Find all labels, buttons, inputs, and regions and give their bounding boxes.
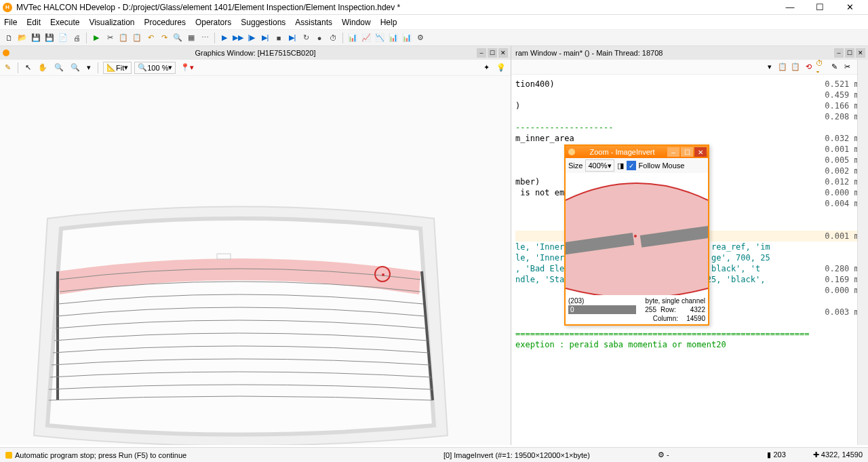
panel-min-icon[interactable]: –	[477, 48, 486, 58]
run-icon[interactable]: ▶	[90, 32, 102, 44]
stop-icon[interactable]: ■	[273, 32, 285, 44]
chart5-icon[interactable]: 📊	[401, 32, 413, 44]
print-icon[interactable]: 🖨	[71, 32, 83, 44]
zoom-max-icon[interactable]: ☐	[681, 147, 693, 157]
zoom-out-icon[interactable]: 🔍	[68, 62, 82, 74]
minimize-button[interactable]: —	[781, 1, 799, 14]
tool1-icon[interactable]: ✎	[829, 62, 840, 73]
menu-file[interactable]: File	[4, 18, 17, 27]
save-icon[interactable]: 💾	[30, 32, 42, 44]
window-title: MVTec HALCON HDevelop - D:/project/Glass…	[16, 3, 781, 12]
chart2-icon[interactable]: 📈	[360, 32, 372, 44]
doc-icon[interactable]: 📄	[57, 32, 69, 44]
panel-max-icon[interactable]: ☐	[845, 48, 854, 58]
file-path: D:/project/Glass/element 1401/Element In…	[123, 3, 401, 12]
chart6-icon[interactable]: ⚙	[414, 32, 427, 44]
bulb-icon[interactable]: 💡	[494, 62, 508, 74]
cursor-icon[interactable]: ↖	[23, 62, 33, 74]
cut-icon[interactable]: ✂	[104, 32, 116, 44]
defect-marker	[374, 266, 391, 282]
paste-icon[interactable]: 📋	[131, 32, 143, 44]
panel-close-icon[interactable]: ✕	[856, 48, 865, 58]
play-icon[interactable]: ▶	[218, 32, 231, 44]
stopwatch-icon[interactable]: ⏱▾	[816, 62, 827, 73]
menu-help[interactable]: Help	[380, 18, 397, 27]
maximize-button[interactable]: ☐	[811, 1, 829, 14]
reset-icon[interactable]: ↻	[300, 32, 312, 44]
more-icon[interactable]: ⋯	[199, 32, 211, 44]
refresh-icon[interactable]: ⟲	[803, 62, 814, 73]
graphics-canvas[interactable]	[0, 76, 511, 445]
panel-icon	[3, 50, 9, 56]
zoom-in-icon[interactable]: 🔍	[52, 62, 66, 74]
menu-edit[interactable]: Edit	[26, 18, 41, 27]
copy-code-icon[interactable]: 📋	[777, 62, 788, 73]
menu-execute[interactable]: Execute	[50, 18, 79, 27]
size-select[interactable]: 400% ▾	[585, 159, 614, 172]
undo-icon[interactable]: ↶	[144, 32, 157, 44]
panel-close-icon[interactable]: ✕	[498, 48, 508, 58]
search-icon[interactable]: 🔍	[172, 32, 184, 44]
zoom-image	[566, 173, 708, 295]
grid-icon[interactable]: ▦	[185, 32, 197, 44]
chart4-icon[interactable]: 📊	[387, 32, 399, 44]
zoom-dropdown[interactable]: 🔍 100 % ▾	[134, 62, 176, 74]
skip-icon[interactable]: ▶|	[286, 32, 298, 44]
paste-code-icon[interactable]: 📋	[790, 62, 801, 73]
zoom-svg	[566, 173, 708, 295]
zoom-titlebar[interactable]: Zoom - ImageInvert – ☐ ✕	[566, 146, 708, 158]
breakpoint-icon[interactable]: ●	[313, 32, 326, 44]
panel-title-strip: Graphics Window: [H1E7515CB020] – ☐ ✕ ra…	[0, 46, 868, 60]
close-button[interactable]: ✕	[841, 1, 859, 14]
zoom-info-row1: (203) byte, single channel	[568, 296, 705, 305]
status-pixel-value: 203	[773, 450, 785, 459]
wand-icon[interactable]: ✦	[481, 62, 492, 74]
menu-operators[interactable]: Operators	[195, 18, 231, 27]
redo-icon[interactable]: ↷	[158, 32, 170, 44]
dropdown-icon[interactable]: ▾	[764, 62, 775, 73]
fit-dropdown[interactable]: 📐 Fit ▾	[103, 62, 132, 74]
zoom-min-icon[interactable]: –	[667, 147, 679, 157]
status-gear-icon[interactable]: ⚙ -	[658, 450, 678, 459]
panel-min-icon[interactable]: –	[834, 48, 844, 58]
separator	[214, 33, 215, 43]
status-coords-value: 4322, 14590	[821, 450, 863, 459]
panel-max-icon[interactable]: ☐	[488, 48, 497, 58]
new-icon[interactable]: 🗋	[3, 32, 15, 44]
step-into-icon[interactable]: ▶|	[259, 32, 271, 44]
status-message: Automatic program stop; press Run (F5) t…	[15, 451, 443, 459]
menu-visualization[interactable]: Visualization	[89, 18, 134, 27]
zoom-val2: byte, single channel	[646, 296, 705, 305]
save-all-icon[interactable]: 💾	[43, 32, 56, 44]
chart3-icon[interactable]: 📉	[374, 32, 386, 44]
follow-checkbox[interactable]: ✓	[627, 161, 636, 170]
menu-procedures[interactable]: Procedures	[144, 18, 186, 27]
zoom-bar: 0	[568, 305, 636, 314]
program-title-text: ram Window - main* () - Main Thread: 187…	[515, 49, 663, 57]
scrollbar[interactable]	[857, 60, 868, 445]
size-label: Size	[568, 161, 583, 170]
open-icon[interactable]: 📂	[16, 32, 28, 44]
zoom-close-icon[interactable]: ✕	[694, 147, 707, 157]
menubar: File Edit Execute Visualization Procedur…	[0, 15, 868, 30]
fit-label: Fit	[116, 64, 124, 72]
play-fast-icon[interactable]: ▶▶	[232, 32, 244, 44]
menu-window[interactable]: Window	[342, 18, 371, 27]
program-toolbar: ▾ 📋 📋 ⟲ ⏱▾ ✎ ✂ 🗑	[511, 60, 868, 75]
separator	[98, 62, 98, 73]
dropdown-icon[interactable]: ▾	[85, 62, 93, 74]
size-value: 400%	[588, 161, 607, 170]
aspect-icon[interactable]: ◨	[617, 161, 624, 170]
graphics-toolbar: ✎ ↖ ✋ 🔍 🔍 ▾ 📐 Fit ▾ 🔍 100 % ▾ 📍▾ ✦ 💡	[0, 60, 511, 76]
zoom-info: (203) byte, single channel 0 255 Row: 43…	[566, 295, 708, 324]
menu-assistants[interactable]: Assistants	[295, 18, 332, 27]
tool2-icon[interactable]: ✂	[842, 62, 852, 73]
pencil-icon[interactable]: ✎	[3, 62, 13, 74]
step-over-icon[interactable]: |▶	[245, 32, 258, 44]
menu-suggestions[interactable]: Suggestions	[241, 18, 285, 27]
timer-icon[interactable]: ⏱	[327, 32, 339, 44]
copy-icon[interactable]: 📋	[117, 32, 130, 44]
chart1-icon[interactable]: 📊	[347, 32, 359, 44]
pin-icon[interactable]: 📍▾	[178, 62, 196, 74]
pan-icon[interactable]: ✋	[36, 62, 50, 74]
